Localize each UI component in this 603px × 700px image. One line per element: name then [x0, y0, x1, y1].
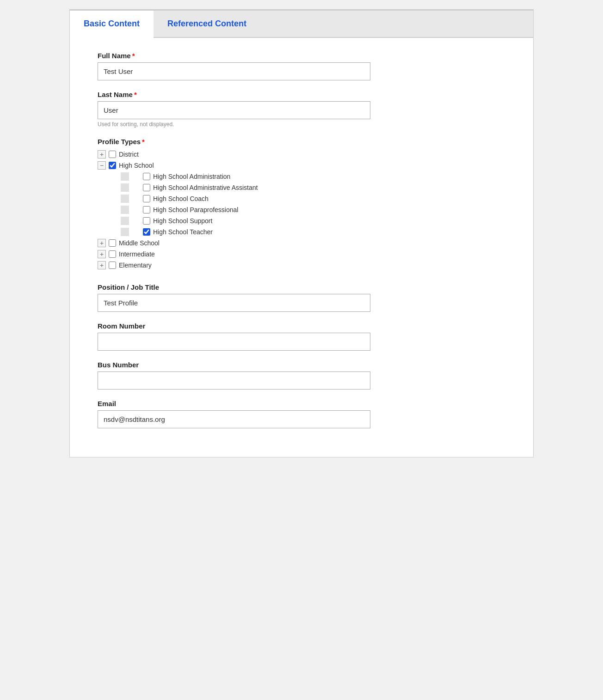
- tree-item-elementary: + Elementary: [98, 261, 505, 269]
- checkbox-high-school[interactable]: [109, 162, 116, 169]
- checkbox-hs-admin[interactable]: [143, 173, 150, 180]
- checkbox-hs-support[interactable]: [143, 217, 150, 225]
- hs-coach-label: High School Coach: [153, 195, 209, 202]
- checkbox-hs-admin-asst-wrapper[interactable]: High School Administrative Assistant: [143, 184, 258, 191]
- checkbox-middle-school[interactable]: [109, 239, 116, 247]
- checkbox-hs-coach-wrapper[interactable]: High School Coach: [143, 195, 209, 202]
- profile-types-section: Profile Types* + District − High School: [98, 138, 505, 269]
- hs-para-spacer: [132, 206, 140, 214]
- bus-number-input[interactable]: [98, 371, 370, 390]
- tab-bar: Basic Content Referenced Content: [70, 11, 533, 38]
- room-number-input[interactable]: [98, 333, 370, 351]
- email-label: Email: [98, 400, 505, 408]
- checkbox-hs-support-wrapper[interactable]: High School Support: [143, 217, 212, 225]
- checkbox-elementary[interactable]: [109, 262, 116, 269]
- hs-admin-label: High School Administration: [153, 173, 230, 180]
- checkbox-hs-admin-asst[interactable]: [143, 184, 150, 191]
- checkbox-intermediate[interactable]: [109, 250, 116, 258]
- tab-basic[interactable]: Basic Content: [70, 11, 154, 38]
- tree-item-high-school: − High School: [98, 161, 505, 170]
- position-label: Position / Job Title: [98, 283, 505, 291]
- tree-item-hs-support: High School Support: [98, 217, 505, 225]
- tree-item-hs-teacher: High School Teacher: [98, 228, 505, 236]
- elementary-label: Elementary: [119, 262, 152, 269]
- tree-item-middle-school: + Middle School: [98, 239, 505, 247]
- position-group: Position / Job Title: [98, 283, 505, 312]
- middle-school-label: Middle School: [119, 239, 160, 247]
- tree-item-district: + District: [98, 150, 505, 158]
- checkbox-intermediate-wrapper[interactable]: Intermediate: [109, 250, 155, 258]
- hs-support-spacer: [132, 217, 140, 225]
- hs-para-indent: [121, 206, 129, 214]
- tab-referenced[interactable]: Referenced Content: [154, 11, 260, 37]
- intermediate-label: Intermediate: [119, 250, 155, 258]
- checkbox-hs-para-wrapper[interactable]: High School Paraprofessional: [143, 206, 238, 213]
- checkbox-hs-teacher-wrapper[interactable]: High School Teacher: [143, 228, 213, 236]
- hs-admin-asst-indent: [121, 183, 129, 192]
- tree-item-hs-admin-asst: High School Administrative Assistant: [98, 183, 505, 192]
- checkbox-district-wrapper[interactable]: District: [109, 151, 139, 158]
- checkbox-middle-school-wrapper[interactable]: Middle School: [109, 239, 160, 247]
- expand-high-school[interactable]: −: [98, 161, 106, 170]
- hs-teacher-spacer: [132, 228, 140, 236]
- hs-support-indent: [121, 217, 129, 225]
- email-group: Email: [98, 400, 505, 428]
- tree-item-intermediate: + Intermediate: [98, 250, 505, 258]
- full-name-input[interactable]: [98, 62, 370, 80]
- hs-teacher-label: High School Teacher: [153, 228, 213, 236]
- last-name-helper: Used for sorting, not displayed.: [98, 121, 505, 128]
- checkbox-district[interactable]: [109, 151, 116, 158]
- bus-number-group: Bus Number: [98, 361, 505, 390]
- form-content: Full Name* Last Name* Used for sorting, …: [70, 38, 533, 457]
- hs-coach-spacer: [132, 195, 140, 203]
- expand-elementary[interactable]: +: [98, 261, 106, 269]
- district-label: District: [119, 151, 139, 158]
- tree-item-hs-coach: High School Coach: [98, 195, 505, 203]
- high-school-label: High School: [119, 162, 154, 169]
- checkbox-elementary-wrapper[interactable]: Elementary: [109, 262, 152, 269]
- last-name-input[interactable]: [98, 101, 370, 119]
- position-input[interactable]: [98, 294, 370, 312]
- profile-types-label: Profile Types*: [98, 138, 505, 146]
- hs-teacher-indent: [121, 228, 129, 236]
- last-name-label: Last Name*: [98, 91, 505, 98]
- hs-support-label: High School Support: [153, 217, 212, 225]
- hs-admin-indent: [121, 172, 129, 181]
- checkbox-hs-teacher[interactable]: [143, 228, 150, 236]
- expand-district[interactable]: +: [98, 150, 106, 158]
- hs-admin-asst-label: High School Administrative Assistant: [153, 184, 258, 191]
- room-number-label: Room Number: [98, 322, 505, 330]
- expand-intermediate[interactable]: +: [98, 250, 106, 258]
- checkbox-hs-admin-wrapper[interactable]: High School Administration: [143, 173, 230, 180]
- room-number-group: Room Number: [98, 322, 505, 351]
- full-name-group: Full Name*: [98, 52, 505, 80]
- hs-coach-indent: [121, 195, 129, 203]
- hs-admin-asst-spacer: [132, 183, 140, 192]
- tree-item-hs-para: High School Paraprofessional: [98, 206, 505, 214]
- main-container: Basic Content Referenced Content Full Na…: [69, 9, 534, 457]
- tree-item-hs-admin: High School Administration: [98, 172, 505, 181]
- full-name-label: Full Name*: [98, 52, 505, 60]
- last-name-group: Last Name* Used for sorting, not display…: [98, 91, 505, 128]
- checkbox-high-school-wrapper[interactable]: High School: [109, 162, 154, 169]
- email-input[interactable]: [98, 410, 370, 428]
- expand-middle-school[interactable]: +: [98, 239, 106, 247]
- checkbox-hs-coach[interactable]: [143, 195, 150, 202]
- hs-admin-spacer: [132, 172, 140, 181]
- checkbox-hs-para[interactable]: [143, 206, 150, 213]
- hs-para-label: High School Paraprofessional: [153, 206, 238, 213]
- bus-number-label: Bus Number: [98, 361, 505, 369]
